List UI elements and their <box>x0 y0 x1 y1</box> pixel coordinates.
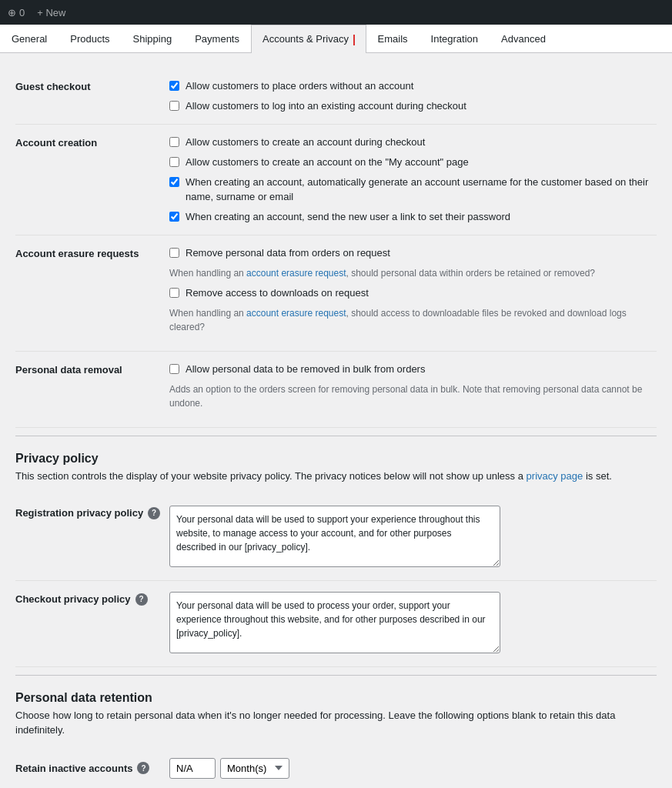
account-creation-row: Account creation Allow customers to crea… <box>15 125 657 235</box>
guest-place-orders-checkbox[interactable] <box>169 81 179 91</box>
registration-privacy-content <box>169 506 657 569</box>
remove-personal-data-help: When handling an account erasure request… <box>169 266 657 280</box>
guest-checkout-content: Allow customers to place orders without … <box>169 79 657 113</box>
guest-checkout-row: Guest checkout Allow customers to place … <box>15 68 657 125</box>
tab-products[interactable]: Products <box>59 25 121 53</box>
retain-inactive-label-text: Retain inactive accounts <box>15 763 132 774</box>
bulk-remove-checkbox[interactable] <box>169 364 179 374</box>
create-my-account-label: Allow customers to create an account on … <box>186 155 469 169</box>
auto-username-label: When creating an account, automatically … <box>186 175 657 203</box>
remove-downloads-item: Remove access to downloads on request <box>169 286 657 300</box>
tab-advanced[interactable]: Advanced <box>490 25 557 53</box>
account-erasure-content: Remove personal data from orders on requ… <box>169 246 657 340</box>
create-my-account-checkbox[interactable] <box>169 157 179 167</box>
send-password-checkbox[interactable] <box>169 212 179 222</box>
account-creation-content: Allow customers to create an account dur… <box>169 135 657 224</box>
bulk-remove-item: Allow personal data to be removed in bul… <box>169 362 657 376</box>
create-checkout-checkbox[interactable] <box>169 137 179 147</box>
wp-icon: ⊕ <box>8 7 16 18</box>
guest-place-orders-item: Allow customers to place orders without … <box>169 79 657 93</box>
guest-checkout-label: Guest checkout <box>15 79 169 92</box>
remove-downloads-label: Remove access to downloads on request <box>186 286 369 300</box>
auto-username-checkbox[interactable] <box>169 177 179 187</box>
main-content: Guest checkout Allow customers to place … <box>0 53 672 788</box>
tab-general[interactable]: General <box>0 25 59 53</box>
new-label: + New <box>37 7 65 18</box>
guest-place-orders-label: Allow customers to place orders without … <box>186 79 413 93</box>
auto-username-item: When creating an account, automatically … <box>169 175 657 203</box>
guest-login-checkbox[interactable] <box>169 101 179 111</box>
retain-inactive-accounts-row: Retain inactive accounts ? Month(s) Day(… <box>15 749 657 788</box>
registration-privacy-row: Registration privacy policy ? <box>15 495 657 581</box>
checkout-privacy-textarea[interactable] <box>169 592 500 653</box>
registration-label-text: Registration privacy policy <box>15 507 143 519</box>
tab-indicator <box>353 35 355 45</box>
guest-login-label: Allow customers to log into an existing … <box>186 99 466 113</box>
tab-integration[interactable]: Integration <box>420 25 490 53</box>
checkout-label-with-help: Checkout privacy policy ? <box>15 593 169 606</box>
registration-privacy-textarea[interactable] <box>169 506 500 567</box>
checkout-privacy-content <box>169 592 657 656</box>
bulk-remove-label: Allow personal data to be removed in bul… <box>186 362 425 376</box>
retain-inactive-select[interactable]: Month(s) Day(s) Year(s) <box>220 758 289 779</box>
checkout-help-icon[interactable]: ? <box>135 593 148 606</box>
top-bar: ⊕ 0 + New <box>0 0 672 25</box>
create-my-account-item: Allow customers to create an account on … <box>169 155 657 169</box>
personal-data-removal-label: Personal data removal <box>15 362 169 376</box>
remove-downloads-help: When handling an account erasure request… <box>169 306 657 334</box>
registration-help-icon[interactable]: ? <box>148 507 160 519</box>
guest-login-item: Allow customers to log into an existing … <box>169 99 657 113</box>
personal-data-removal-row: Personal data removal Allow personal dat… <box>15 352 657 428</box>
registration-privacy-label: Registration privacy policy ? <box>15 506 169 519</box>
account-erasure-row: Account erasure requests Remove personal… <box>15 235 657 352</box>
retain-inactive-input[interactable] <box>169 758 216 779</box>
checkout-privacy-label: Checkout privacy policy ? <box>15 592 169 606</box>
account-erasure-label: Account erasure requests <box>15 246 169 259</box>
tab-emails[interactable]: Emails <box>366 25 420 53</box>
new-button[interactable]: + New <box>37 7 65 18</box>
send-password-item: When creating an account, send the new u… <box>169 210 657 224</box>
checkout-privacy-row: Checkout privacy policy ? <box>15 581 657 667</box>
tab-shipping[interactable]: Shipping <box>122 25 184 53</box>
erasure-request-link-1[interactable]: account erasure request <box>246 268 346 279</box>
remove-personal-data-checkbox[interactable] <box>169 248 179 258</box>
privacy-policy-desc: This section controls the display of you… <box>15 469 657 484</box>
data-retention-heading: Personal data retention <box>15 675 657 708</box>
data-retention-desc: Choose how long to retain personal data … <box>15 708 657 738</box>
privacy-page-link[interactable]: privacy page <box>527 470 586 482</box>
remove-personal-data-label: Remove personal data from orders on requ… <box>186 246 390 260</box>
checkout-label-text: Checkout privacy policy <box>15 593 131 605</box>
notifications[interactable]: ⊕ 0 <box>8 7 25 18</box>
erasure-request-link-2[interactable]: account erasure request <box>246 308 346 319</box>
retain-inactive-accounts-label: Retain inactive accounts ? <box>15 762 169 774</box>
retain-inactive-controls: Month(s) Day(s) Year(s) <box>169 758 289 779</box>
notification-count: 0 <box>19 7 25 18</box>
send-password-label: When creating an account, send the new u… <box>186 210 510 224</box>
account-creation-label: Account creation <box>15 135 169 149</box>
bulk-remove-help: Adds an option to the orders screen for … <box>169 382 657 410</box>
privacy-policy-heading: Privacy policy <box>15 436 657 469</box>
personal-data-removal-content: Allow personal data to be removed in bul… <box>169 362 657 416</box>
create-checkout-item: Allow customers to create an account dur… <box>169 135 657 149</box>
retain-inactive-help-icon[interactable]: ? <box>137 762 149 774</box>
tab-accounts-privacy[interactable]: Accounts & Privacy <box>251 25 366 53</box>
nav-tabs: General Products Shipping Payments Accou… <box>0 25 672 53</box>
privacy-desc-suffix: is set. <box>586 470 612 482</box>
registration-label-with-help: Registration privacy policy ? <box>15 507 169 519</box>
privacy-desc-prefix: This section controls the display of you… <box>15 470 523 482</box>
create-checkout-label: Allow customers to create an account dur… <box>186 135 425 149</box>
remove-downloads-checkbox[interactable] <box>169 288 179 298</box>
tab-payments[interactable]: Payments <box>183 25 251 53</box>
remove-personal-data-item: Remove personal data from orders on requ… <box>169 246 657 260</box>
